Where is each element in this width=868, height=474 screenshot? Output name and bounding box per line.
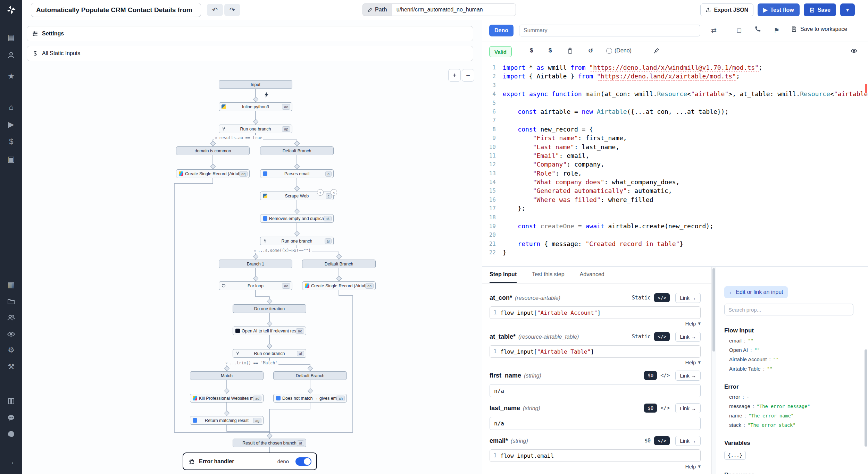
reset-icon[interactable]: ↺ [588, 47, 593, 54]
flow-node-h_b1[interactable]: Branch 1 [219, 260, 292, 268]
prop-search-input[interactable] [724, 304, 853, 315]
mode-button[interactable]: </> [660, 405, 670, 411]
prop-row[interactable]: message:"The error message" [724, 403, 853, 409]
user-icon[interactable] [0, 48, 22, 62]
swap-icon[interactable]: ⇄ [711, 27, 717, 34]
field-first_name-value[interactable]: n/a [490, 384, 701, 397]
language-badge[interactable]: Deno [489, 25, 514, 36]
code-line[interactable]: 3 [482, 81, 868, 90]
error-handler[interactable]: Error handlerdeno [183, 452, 317, 470]
code-line[interactable]: 10 "Last name": last_name, [482, 143, 868, 151]
resources-icon[interactable]: ▣ [0, 152, 22, 166]
code-line[interactable]: 17 }; [482, 204, 868, 213]
active-mode-button[interactable]: $0 [644, 404, 657, 413]
link-button[interactable]: Link → [675, 371, 701, 381]
flow-node-py[interactable]: Inline python3ao [219, 102, 292, 111]
mode-button[interactable]: $0 [644, 438, 651, 444]
path-edit-button[interactable]: Path [362, 3, 392, 16]
help-link[interactable]: Help▾ [490, 320, 701, 327]
flow-title-input[interactable]: Automatically Populate CRM Contact Detai… [31, 3, 201, 17]
field-at_con-expression[interactable]: 1flow_input["Airtable Account"] [490, 306, 701, 319]
prop-row[interactable]: Airtable Account:"" [724, 356, 853, 362]
prop-row[interactable]: email:"" [724, 338, 853, 344]
scrollbar-thumb[interactable] [865, 349, 867, 447]
export-json-button[interactable]: Export JSON [700, 3, 753, 16]
prop-row[interactable]: stack:"The error stack" [724, 422, 853, 428]
code-line[interactable]: 22} [482, 248, 868, 257]
prop-row[interactable]: Open AI:"" [724, 347, 853, 353]
collapse-sidebar-icon[interactable]: → [0, 455, 22, 469]
flow-node-h_domain[interactable]: domain is common [176, 146, 250, 155]
variable-picker-icon[interactable]: $ [530, 47, 533, 54]
code-line[interactable]: 16 "Where was filled": where_filled [482, 195, 868, 204]
tab-test-this-step[interactable]: Test this step [532, 267, 564, 283]
field-last_name-value[interactable]: n/a [490, 417, 701, 430]
code-line[interactable]: 19 const createOne = await airtable.crea… [482, 222, 868, 230]
active-mode-button[interactable]: </> [654, 332, 670, 341]
flow-canvas[interactable]: InputInline python3aoRun one branchapdom… [22, 20, 482, 474]
undo-button[interactable]: ↶ [207, 4, 223, 16]
code-line[interactable]: 5 [482, 99, 868, 107]
active-mode-button[interactable]: </> [654, 293, 670, 302]
tab-step-input[interactable]: Step Input [490, 267, 517, 283]
field-at_table-expression[interactable]: 1flow_input["Airtable Table"] [490, 345, 701, 358]
code-line[interactable]: 21 return { message: "Created record in … [482, 239, 868, 248]
tab-advanced[interactable]: Advanced [580, 267, 604, 283]
flow-node-aq[interactable]: Create Single Record (Airtable)aq [176, 169, 250, 178]
redo-button[interactable]: ↷ [224, 4, 240, 16]
flow-node-ad[interactable]: Kill Professional Websites mentionsad [190, 394, 264, 403]
link-button[interactable]: Link → [675, 293, 701, 303]
branch-predicate[interactable]: ×...trim() == 'Match' [224, 361, 278, 365]
zoom-in-button[interactable]: + [448, 69, 461, 82]
insert-step-icon[interactable]: + [317, 189, 324, 196]
flow-settings-bar[interactable]: Settings [27, 26, 473, 41]
flow-node-ag[interactable]: Return matching resultag [190, 416, 264, 425]
workers-icon[interactable]: ⚒ [0, 360, 22, 374]
props-scrollbar[interactable] [864, 267, 868, 474]
settings-icon[interactable]: ⚙ [0, 343, 22, 357]
scrollbar-thumb[interactable] [712, 268, 715, 352]
code-editor[interactable]: 1import * as wmill from "https://deno.la… [482, 61, 868, 269]
zoom-out-button[interactable]: − [462, 69, 474, 82]
flag-icon[interactable]: ⚑ [774, 27, 779, 34]
code-line[interactable]: 7 [482, 116, 868, 125]
mode-button[interactable]: Static [632, 333, 651, 340]
mode-button[interactable]: Static [632, 295, 651, 301]
branch-predicate[interactable]: ×results.ao == true [214, 135, 263, 140]
code-line[interactable]: 9 "First name": first_name, [482, 134, 868, 142]
field-email-expression[interactable]: 1flow_input.email [490, 449, 701, 462]
groups-icon[interactable] [0, 311, 22, 324]
format-icon[interactable] [653, 48, 660, 56]
save-to-workspace-button[interactable]: Save to workspace [791, 26, 847, 32]
runs-icon[interactable]: ▶ [0, 118, 22, 132]
save-button[interactable]: Save [804, 3, 836, 16]
flow-node-af[interactable]: Run one branchaf [233, 349, 306, 358]
edit-or-link-button[interactable]: ← Edit or link an input [724, 286, 788, 298]
flow-node-a[interactable]: Parses emaila [260, 169, 334, 178]
flow-node-result[interactable]: Result of the chosen branchaf [233, 439, 306, 447]
fullscreen-icon[interactable]: □ [737, 27, 741, 34]
code-line[interactable]: 14 "What company does": what_company_doe… [482, 178, 868, 186]
flow-node-ak[interactable]: Removes empty and duplicatesak [260, 214, 334, 223]
flow-node-ah[interactable]: Does not match → gives empty valueah [273, 394, 347, 403]
clipboard-icon[interactable] [567, 48, 573, 56]
code-line[interactable]: 11 "Email": email, [482, 151, 868, 160]
code-line[interactable]: 8 const new_record = { [482, 125, 868, 134]
prop-row[interactable]: name:"The error name" [724, 413, 853, 418]
test-flow-button[interactable]: ▶ Test flow [758, 3, 799, 16]
favorites-icon[interactable]: ★ [0, 69, 22, 83]
audit-logs-icon[interactable] [0, 327, 22, 341]
prop-row[interactable]: error:- [724, 394, 853, 400]
code-line[interactable]: 6 const airtable = new Airtable({...at_c… [482, 107, 868, 116]
flow-node-h_iter[interactable]: Do one iteration [233, 304, 306, 313]
folders-icon[interactable] [0, 295, 22, 308]
flow-node-h_match[interactable]: Match [190, 371, 264, 380]
flow-node-h_def2[interactable]: Default Branch [302, 260, 376, 268]
flow-node-floop[interactable]: For loopao [219, 281, 292, 290]
error-handler-toggle[interactable] [295, 457, 311, 466]
code-line[interactable]: 20 [482, 230, 868, 239]
branch-predicate[interactable]: ×...s.some((x)=>x!=="") [253, 248, 312, 253]
flow-node-ap[interactable]: Run one branchap [219, 125, 292, 133]
help-link[interactable]: Help▾ [490, 359, 701, 365]
save-dropdown-button[interactable]: ▾ [840, 3, 855, 16]
